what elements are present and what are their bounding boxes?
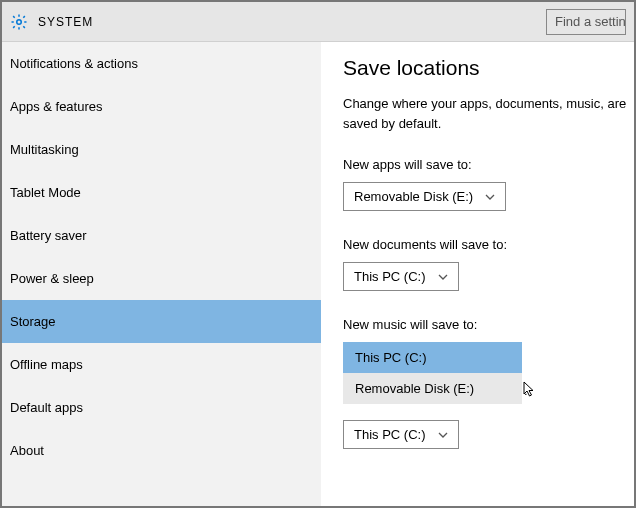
dropdown-value: This PC (C:) [354, 269, 426, 284]
dropdown-1[interactable]: This PC (C:) [343, 262, 459, 291]
sidebar-item-label: Power & sleep [10, 271, 94, 286]
sidebar-item-label: Storage [10, 314, 56, 329]
gear-icon [10, 13, 28, 31]
field-label: New documents will save to: [343, 237, 634, 252]
sidebar-item-notifications-actions[interactable]: Notifications & actions [2, 42, 321, 85]
search-input[interactable]: Find a settin [546, 9, 626, 35]
sidebar-item-label: Multitasking [10, 142, 79, 157]
svg-point-0 [17, 19, 22, 24]
music-dropdown-open[interactable]: This PC (C:) Removable Disk (E:) : [343, 342, 528, 404]
sidebar-item-label: Default apps [10, 400, 83, 415]
sidebar-item-label: Tablet Mode [10, 185, 81, 200]
option-label: Removable Disk (E:) [355, 381, 474, 396]
bottom-dropdown[interactable]: This PC (C:) [343, 420, 459, 449]
music-field-label: New music will save to: [343, 317, 634, 332]
main-area: Notifications & actionsApps & featuresMu… [2, 42, 634, 506]
sidebar-item-about[interactable]: About [2, 429, 321, 472]
search-placeholder: Find a settin [555, 14, 626, 29]
sidebar-item-label: Apps & features [10, 99, 103, 114]
sidebar-item-default-apps[interactable]: Default apps [2, 386, 321, 429]
dropdown-value: Removable Disk (E:) [354, 189, 473, 204]
page-description: Change where your apps, documents, music… [343, 94, 634, 133]
chevron-down-icon [485, 192, 495, 202]
sidebar: Notifications & actionsApps & featuresMu… [2, 42, 321, 506]
dropdown-option-this-pc[interactable]: This PC (C:) [343, 342, 522, 373]
sidebar-item-tablet-mode[interactable]: Tablet Mode [2, 171, 321, 214]
chevron-down-icon [438, 272, 448, 282]
header-bar: SYSTEM Find a settin [2, 2, 634, 42]
sidebar-item-label: About [10, 443, 44, 458]
sidebar-item-offline-maps[interactable]: Offline maps [2, 343, 321, 386]
sidebar-item-battery-saver[interactable]: Battery saver [2, 214, 321, 257]
sidebar-item-multitasking[interactable]: Multitasking [2, 128, 321, 171]
dropdown-0[interactable]: Removable Disk (E:) [343, 182, 506, 211]
sidebar-item-label: Notifications & actions [10, 56, 138, 71]
sidebar-item-label: Battery saver [10, 228, 87, 243]
dropdown-option-removable[interactable]: Removable Disk (E:) [343, 373, 522, 404]
trailing-text: : [524, 383, 528, 404]
chevron-down-icon [438, 430, 448, 440]
sidebar-item-storage[interactable]: Storage [2, 300, 321, 343]
sidebar-item-power-sleep[interactable]: Power & sleep [2, 257, 321, 300]
field-label: New apps will save to: [343, 157, 634, 172]
dropdown-value: This PC (C:) [354, 427, 426, 442]
sidebar-item-apps-features[interactable]: Apps & features [2, 85, 321, 128]
sidebar-item-label: Offline maps [10, 357, 83, 372]
content-pane: Save locations Change where your apps, d… [321, 42, 634, 506]
header-title: SYSTEM [38, 15, 93, 29]
page-title: Save locations [343, 56, 634, 80]
option-label: This PC (C:) [355, 350, 427, 365]
